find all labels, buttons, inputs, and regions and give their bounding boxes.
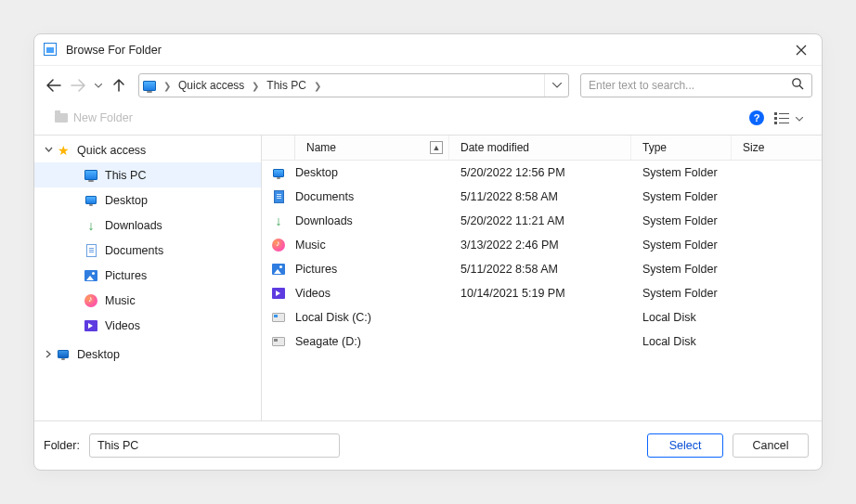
column-header-type[interactable]: Type [631,136,732,160]
column-header-date[interactable]: Date modified [449,136,631,160]
tree-node-label: Videos [105,319,140,332]
list-item[interactable]: Documents5/11/2022 8:58 AMSystem Folder [262,185,822,209]
svg-rect-1 [774,112,777,115]
list-item[interactable]: Seagate (D:)Local Disk [262,330,822,354]
pic-icon [262,264,295,275]
sort-indicator-icon[interactable]: ▲ [430,141,443,154]
app-icon [44,43,58,58]
chevron-right-icon: ❯ [248,81,263,91]
column-header-size[interactable]: Size [732,136,822,160]
column-header-name[interactable]: Name ▲ [295,136,449,160]
folder-label: Folder: [44,439,80,452]
select-button[interactable]: Select [647,433,723,458]
search-input[interactable] [589,79,791,92]
search-bar[interactable] [580,73,812,97]
breadcrumb-bar[interactable]: ❯ Quick access ❯ This PC ❯ [138,73,569,97]
music-icon [262,239,295,252]
svg-rect-6 [779,123,789,123]
svg-rect-5 [774,122,777,124]
folder-icon [55,113,68,123]
folder-tree[interactable]: ★ Quick access This PCDesktop↓DownloadsD… [34,136,262,420]
help-button[interactable]: ? [749,110,764,125]
tree-node-quick-access[interactable]: ★ Quick access [34,137,261,162]
history-dropdown[interactable] [92,75,105,96]
new-folder-button: New Folder [55,111,133,124]
back-button[interactable] [44,75,64,96]
close-button[interactable] [794,43,809,58]
tree-node-label: Desktop [105,194,148,207]
breadcrumb-root-icon [139,81,160,91]
tree-node-videos[interactable]: Videos [34,313,261,338]
chevron-down-icon[interactable] [42,146,55,154]
breadcrumb-item[interactable]: This PC [263,79,310,92]
item-type: System Folder [631,263,732,276]
pic-icon [83,270,99,281]
tree-node-documents[interactable]: Documents [34,238,261,263]
search-icon[interactable] [791,77,804,94]
star-icon: ★ [55,143,71,158]
tree-node-desktop[interactable]: Desktop [34,187,261,213]
svg-point-0 [793,79,800,86]
dialog-body: ★ Quick access This PCDesktop↓DownloadsD… [34,135,822,421]
svg-rect-3 [774,117,777,120]
list-item[interactable]: Videos10/14/2021 5:19 PMSystem Folder [262,281,822,305]
item-date: 5/11/2022 8:58 AM [449,190,631,203]
list-item[interactable]: Pictures5/11/2022 8:58 AMSystem Folder [262,257,822,281]
tree-node-label: Music [105,294,136,307]
tree-node-music[interactable]: Music [34,288,261,313]
breadcrumb-dropdown[interactable] [544,74,568,97]
item-name: Local Disk (C:) [295,311,449,324]
monitor-sm-icon [262,169,295,177]
item-name: Music [295,239,449,252]
item-name: Videos [295,287,449,300]
download-icon: ↓ [262,213,295,228]
forward-button[interactable] [68,75,88,96]
disk-ext-icon [262,337,295,346]
svg-rect-4 [779,118,789,119]
breadcrumb-item[interactable]: Quick access [175,79,248,92]
item-type: System Folder [631,190,732,203]
item-name: Desktop [295,166,449,179]
tree-node-desktop-root[interactable]: Desktop [34,342,261,367]
item-name: Seagate (D:) [295,335,449,348]
item-type: System Folder [631,287,732,300]
video-icon [83,320,99,331]
tree-node-label: Downloads [105,219,162,232]
chevron-right-icon: ❯ [160,81,175,91]
browse-folder-dialog: Browse For Folder ❯ Quick access ❯ This … [33,33,823,471]
file-list: Name ▲ Date modified Type Size Desktop5/… [262,136,822,420]
column-handle[interactable] [262,136,295,160]
monitor-sm-icon [83,196,99,204]
item-date: 5/11/2022 8:58 AM [449,263,631,276]
tree-node-pictures[interactable]: Pictures [34,263,261,288]
cancel-button[interactable]: Cancel [733,433,809,458]
up-button[interactable] [109,75,129,96]
music-icon [83,294,99,307]
item-type: Local Disk [631,335,732,348]
chevron-right-icon[interactable] [42,350,55,358]
tree-node-label: Quick access [77,144,146,157]
tree-node-downloads[interactable]: ↓Downloads [34,213,261,238]
monitor-icon [55,350,71,358]
list-item[interactable]: Local Disk (C:)Local Disk [262,305,822,330]
item-name: Documents [295,190,449,203]
disk-icon [262,313,295,322]
download-icon: ↓ [83,218,99,233]
item-date: 10/14/2021 5:19 PM [449,287,631,300]
svg-rect-2 [779,113,789,114]
video-icon [262,288,295,299]
tree-node-thispc[interactable]: This PC [34,162,261,187]
item-type: System Folder [631,214,732,227]
nav-row: ❯ Quick access ❯ This PC ❯ [34,66,822,105]
chevron-right-icon: ❯ [310,81,325,91]
item-name: Downloads [295,214,449,227]
tree-node-label: This PC [105,169,146,182]
view-mode-dropdown[interactable] [796,113,809,123]
view-mode-button[interactable] [773,110,790,126]
dialog-footer: Folder: Select Cancel [34,421,822,470]
folder-path-input[interactable] [89,433,340,458]
list-item[interactable]: Desktop5/20/2022 12:56 PMSystem Folder [262,161,822,185]
list-item[interactable]: Music3/13/2022 2:46 PMSystem Folder [262,233,822,257]
doc-icon [83,244,99,257]
list-item[interactable]: ↓Downloads5/20/2022 11:21 AMSystem Folde… [262,209,822,233]
